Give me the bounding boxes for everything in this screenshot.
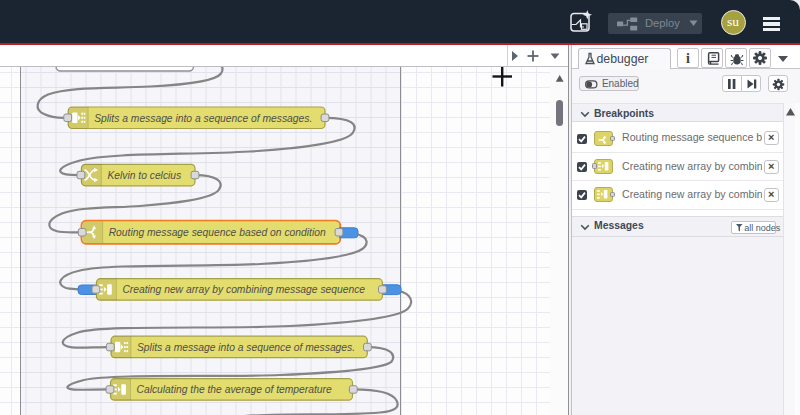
svg-text:Splits a message into a sequen: Splits a message into a sequence of mess… (94, 112, 312, 123)
svg-text:Splits a message into a sequen: Splits a message into a sequence of mess… (137, 341, 355, 352)
svg-text:Routing message sequence based: Routing message sequence based on condit… (109, 227, 326, 238)
svg-text:Creating new array by combinin: Creating new array by combining message … (122, 284, 365, 295)
svg-text:Kelvin to celcius: Kelvin to celcius (107, 169, 181, 180)
svg-text:Calculating the the average of: Calculating the the average of temperatu… (137, 384, 332, 395)
